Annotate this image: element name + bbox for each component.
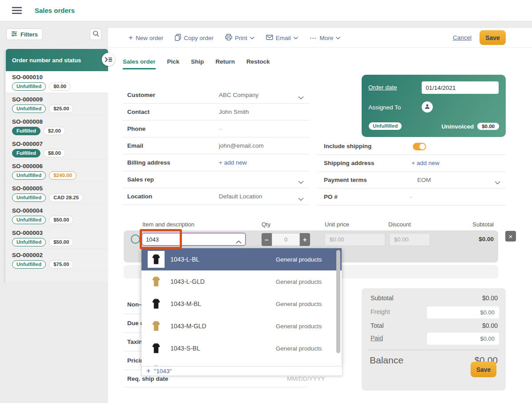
tab-ship[interactable]: Ship — [191, 58, 204, 69]
dropdown-item[interactable]: 1043-L-GLD General products — [141, 270, 342, 293]
chevron-down-icon[interactable] — [298, 93, 304, 101]
po-number-value[interactable]: – — [409, 193, 413, 200]
contact-value[interactable]: John Smith — [219, 109, 249, 115]
paid-label[interactable]: Paid — [371, 334, 383, 342]
collapse-panel-button[interactable] — [102, 53, 115, 66]
discount-select[interactable]: $0.00 — [389, 233, 430, 246]
req-ship-date-value[interactable]: MM/DD/YYYY — [287, 375, 325, 382]
add-billing-address-link[interactable]: + add new — [219, 159, 247, 166]
order-list-item[interactable]: SO-000005 UnfulfilledCAD 28.25 — [6, 182, 108, 204]
amount-badge: $0.00 — [49, 82, 71, 91]
field-row-include-shipping: Include shipping — [317, 138, 506, 155]
page-title: Sales orders — [35, 7, 75, 14]
field-row-customer: Customer ABC Company — [123, 87, 309, 104]
paid-input[interactable] — [427, 333, 499, 345]
tab-pick[interactable]: Pick — [167, 58, 180, 69]
dropdown-item[interactable] — [141, 359, 342, 366]
include-shipping-toggle[interactable] — [413, 143, 426, 150]
email-icon — [266, 35, 273, 41]
order-list-item[interactable]: SO-000004 Unfulfilled$50.00 — [6, 205, 108, 226]
orders-list-panel: Order number and status SO-000010 Unfulf… — [6, 49, 108, 281]
order-list-item[interactable]: SO-000003 Unfulfilled$50.00 — [6, 227, 108, 248]
product-thumbnail — [148, 295, 165, 312]
email-button[interactable]: Email — [266, 35, 298, 41]
chevron-down-icon — [294, 36, 298, 40]
sidebar-scrollbar[interactable] — [4, 50, 5, 283]
assigned-to-label: Assigned To — [368, 104, 401, 111]
order-list-item[interactable]: SO-000008 Fulfilled$2.00 — [6, 116, 108, 137]
amount-badge: $75.00 — [49, 260, 73, 269]
product-thumbnail — [148, 273, 165, 290]
order-list-item[interactable]: SO-000010 Unfulfilled$0.00 — [6, 71, 108, 93]
order-list-item[interactable]: SO-000006 Unfulfilled$240.00 — [6, 160, 108, 181]
chevron-down-icon[interactable] — [298, 195, 304, 203]
orders-panel-header-label: Order number and status — [12, 57, 81, 64]
save-button[interactable]: Save — [480, 30, 506, 45]
field-row-email: Email john@email.com — [123, 137, 309, 154]
freight-input[interactable] — [427, 306, 499, 318]
order-summary-card: Order date Assigned To Unfulfilled Uninv… — [362, 75, 506, 137]
amount-badge: $240.00 — [49, 171, 77, 180]
status-badge: Unfulfilled — [12, 171, 46, 180]
order-list-item[interactable]: SO-000007 Fulfilled$8.00 — [6, 138, 108, 159]
order-number: SO-000006 — [12, 163, 108, 169]
chevron-up-icon[interactable] — [236, 238, 242, 246]
more-button[interactable]: ⋯ More — [310, 34, 341, 42]
dropdown-scrollbar[interactable] — [336, 250, 340, 364]
dropdown-item[interactable]: 1043-L-BL General products — [141, 248, 342, 270]
filters-button[interactable]: Filters — [6, 28, 43, 40]
add-shipping-address-link[interactable]: + add new — [411, 160, 439, 166]
tab-return[interactable]: Return — [216, 58, 235, 69]
product-thumbnail — [148, 318, 165, 334]
field-row-billing-address: Billing address + add new — [123, 154, 309, 171]
chevron-down-icon[interactable] — [298, 178, 304, 186]
new-order-button[interactable]: + New order — [129, 35, 163, 41]
row-subtotal-value: $0.00 — [463, 236, 494, 242]
order-number: SO-000007 — [12, 141, 108, 147]
dropdown-item[interactable]: 1043-M-GLD General products — [141, 315, 342, 337]
assign-user-button[interactable] — [422, 101, 433, 113]
cancel-button[interactable]: Cancel — [453, 34, 472, 41]
tab-sales-order[interactable]: Sales order — [123, 58, 156, 69]
save-button-bottom[interactable]: Save — [471, 362, 496, 377]
col-header-unit-price: Unit price — [325, 221, 349, 228]
status-badge: Unfulfilled — [12, 105, 46, 113]
payment-terms-select[interactable]: EOM — [417, 177, 431, 183]
qty-input[interactable] — [272, 233, 300, 246]
order-list-item[interactable]: SO-000002 Unfulfilled$75.00 — [6, 249, 108, 270]
phone-value[interactable]: – — [219, 125, 222, 132]
amount-badge: $2.00 — [44, 127, 65, 135]
hamburger-menu-icon[interactable] — [12, 7, 22, 16]
order-date-label[interactable]: Order date — [368, 84, 397, 91]
order-date-input[interactable] — [422, 81, 499, 94]
tab-restock[interactable]: Restock — [246, 58, 270, 69]
filters-label: Filters — [20, 31, 38, 38]
dropdown-item[interactable]: 1043-S-BL General products — [141, 337, 342, 359]
order-number: SO-000008 — [12, 118, 108, 125]
status-badge: Unfulfilled — [12, 82, 46, 91]
copy-order-button[interactable]: Copy order — [175, 34, 214, 42]
sliders-icon — [11, 31, 17, 38]
chevron-down-icon — [336, 36, 340, 40]
add-new-item-option[interactable]: + "1043" — [141, 366, 343, 376]
order-number: SO-000002 — [12, 252, 108, 258]
item-search-input[interactable] — [141, 233, 246, 246]
unit-price-input[interactable] — [325, 233, 385, 246]
amount-badge: $50.00 — [49, 216, 73, 224]
qty-decrement-button[interactable]: – — [262, 233, 272, 246]
email-value[interactable]: john@email.com — [219, 142, 264, 149]
amount-badge: $50.00 — [49, 238, 73, 246]
customer-select[interactable]: ABC Company — [219, 92, 258, 98]
location-select[interactable]: Default Location — [219, 193, 262, 200]
order-list-item[interactable]: SO-000009 Unfulfilled$25.00 — [6, 93, 108, 115]
copy-icon — [175, 34, 181, 42]
row-drag-circle-icon[interactable] — [131, 234, 140, 244]
search-button[interactable] — [90, 28, 101, 40]
print-button[interactable]: Print — [225, 34, 254, 42]
more-dots-icon: ⋯ — [310, 34, 317, 42]
qty-increment-button[interactable]: + — [300, 233, 310, 246]
delete-row-button[interactable]: × — [505, 231, 516, 242]
chevron-down-icon[interactable] — [495, 178, 500, 186]
dropdown-item[interactable]: 1043-M-BL General products — [141, 293, 342, 315]
status-badge: Fulfilled — [12, 127, 40, 135]
